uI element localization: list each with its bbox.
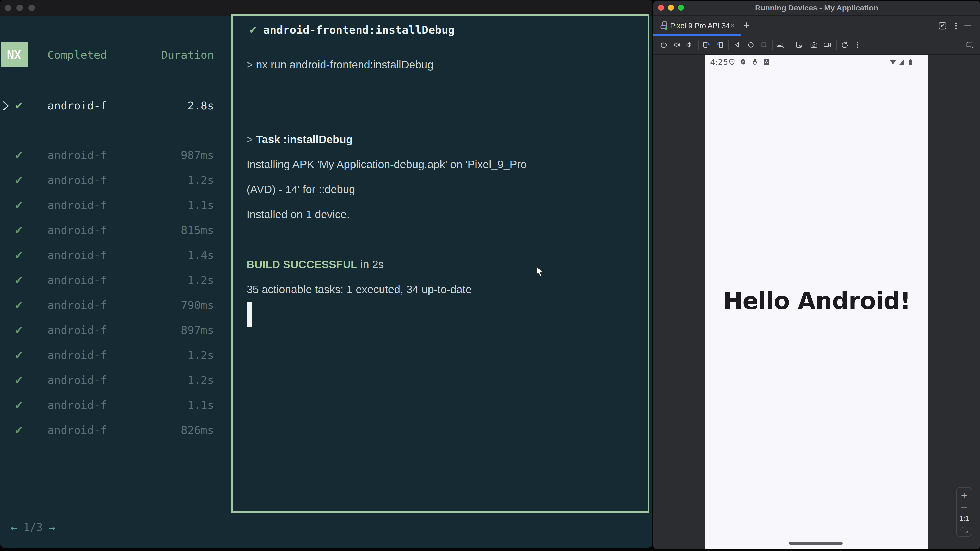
pagination: ← 1/3 → [11,521,55,534]
volume-up-icon[interactable] [672,40,681,49]
task-duration: 1.4s [0,249,214,262]
check-icon: ✔ [248,24,258,36]
task-output-header: ✔ android-frontend:installDebug [242,23,462,37]
hello-android-text: Hello Android! [705,287,928,315]
signal-icon [899,59,905,65]
shield-icon [729,59,735,65]
zoom-inspect-icon[interactable] [965,40,974,49]
command-text: nx run android-frontend:installDebug [256,59,434,71]
toolbar-separator [698,40,699,50]
installed-log-line: Installed on 1 device. [247,208,350,221]
task-row-selected[interactable]: ✔ android-f 2.8s [0,99,230,112]
zoom-out-button[interactable] [961,507,967,508]
running-device-icon [659,21,670,31]
more-options-icon[interactable] [853,40,862,49]
overview-icon[interactable] [759,40,768,49]
task-row[interactable]: ✔ android-f 1.2s [0,274,230,286]
rotate-left-icon[interactable] [715,40,724,49]
task-row[interactable]: ✔ android-f 1.1s [0,199,230,211]
zoom-controls: + 1:1 [956,487,972,537]
volume-down-icon[interactable] [684,40,694,49]
virtual-keyboard-icon[interactable] [776,40,785,49]
prev-page-arrow-icon[interactable]: ← [11,521,17,534]
task-duration: 897ms [0,324,214,337]
task-row[interactable]: ✔ android-f 790ms [0,299,230,311]
device-screen[interactable]: 4:25 A [705,55,928,549]
task-row[interactable]: ✔ android-f 1.4s [0,249,230,262]
more-options-icon[interactable] [951,21,961,31]
build-status-line: BUILD SUCCESSFUL in 2s [247,258,384,271]
next-page-arrow-icon[interactable]: → [49,521,55,534]
command-line: > nx run android-frontend:installDebug [247,58,434,71]
screenshot-icon[interactable] [809,40,818,49]
task-duration: 1.2s [0,274,214,286]
play-protect-shield-icon [740,59,746,65]
rotate-right-icon[interactable] [702,40,711,49]
task-output-panel: > nx run android-frontend:installDebug >… [231,14,649,513]
actual-size-button[interactable]: 1:1 [959,514,969,522]
toolbar-separator [836,40,837,50]
device-tab-bar: Pixel 9 Pro API 34 × + [653,16,980,36]
task-row[interactable]: ✔ android-f 815ms [0,224,230,237]
android-studio-window: Running Devices - My Application Pixel 9… [653,0,980,549]
prompt-glyph: > [247,133,253,145]
tab-label: Pixel 9 Pro API 34 [670,16,730,36]
studio-titlebar[interactable]: Running Devices - My Application [653,0,980,16]
zoom-in-button[interactable]: + [961,490,967,500]
close-window-icon[interactable] [5,5,11,11]
page-indicator: 1/3 [23,521,43,534]
window-title: Running Devices - My Application [653,0,980,15]
terminal-cursor [247,302,252,327]
new-tab-button[interactable]: + [743,16,750,36]
home-icon[interactable] [746,40,756,49]
wellbeing-icon [752,59,758,65]
task-row[interactable]: ✔ android-f 826ms [0,424,230,437]
navigation-handle[interactable] [789,542,843,545]
adb-icon: A [763,59,770,65]
task-duration: 2.8s [0,99,214,112]
wifi-icon [890,59,896,65]
hide-panel-icon[interactable] [963,21,973,31]
task-duration: 1.1s [0,399,214,411]
task-duration: 1.1s [0,199,214,211]
battery-icon [907,59,914,65]
task-row[interactable]: ✔ android-f 1.2s [0,174,230,186]
task-output-title: android-frontend:installDebug [263,24,455,36]
screen-record-icon[interactable] [823,40,832,49]
task-duration: 1.2s [0,374,214,386]
power-icon[interactable] [659,40,668,49]
dock-panel-icon[interactable] [937,21,948,31]
task-row[interactable]: ✔ android-f 1.2s [0,374,230,386]
terminal-titlebar[interactable] [0,0,652,16]
emulator-toolbar [653,36,980,55]
desktop: NX Completed Duration ✔ android-f 2.8s ✔… [0,0,980,551]
terminal-window: NX Completed Duration ✔ android-f 2.8s ✔… [0,0,652,548]
task-row[interactable]: ✔ android-f 897ms [0,324,230,337]
task-summary-line: 35 actionable tasks: 1 executed, 34 up-t… [247,283,472,295]
install-log-line: Installing APK 'My Application-debug.apk… [247,158,527,171]
close-tab-icon[interactable]: × [730,16,735,36]
toolbar-separator [772,40,773,50]
tab-pixel-9-pro[interactable]: Pixel 9 Pro API 34 × [653,16,741,36]
task-row[interactable]: ✔ android-f 1.1s [0,399,230,411]
maximize-window-icon[interactable] [28,5,35,11]
device-settings-icon[interactable] [794,40,803,49]
install-log-line: (AVD) - 14' for ::debug [247,183,355,196]
task-duration: 790ms [0,299,214,311]
back-icon[interactable] [732,40,741,49]
fit-to-window-icon[interactable] [960,527,968,534]
task-duration: 987ms [0,149,214,162]
build-successful-text: BUILD SUCCESSFUL [247,258,358,270]
minimize-window-icon[interactable] [16,5,23,11]
gradle-task-line: > Task :installDebug [247,133,353,146]
task-row[interactable]: ✔ android-f 1.2s [0,349,230,362]
toolbar-separator [729,40,729,50]
column-header-duration: Duration [0,48,214,61]
task-duration: 1.2s [0,349,214,362]
svg-text:A: A [765,60,768,64]
task-row[interactable]: ✔ android-f 987ms [0,149,230,162]
task-duration: 815ms [0,224,214,237]
build-time-text: in 2s [361,258,384,270]
device-status-bar: 4:25 A [705,56,928,68]
restart-icon[interactable] [840,40,849,49]
